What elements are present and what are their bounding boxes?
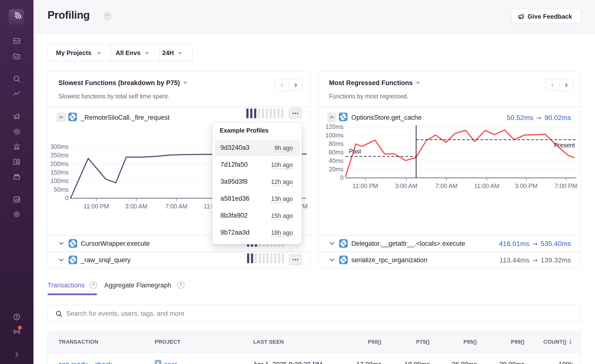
python-icon [339, 239, 348, 248]
alerts-icon[interactable] [13, 142, 21, 151]
collapse-sidebar-icon[interactable] [13, 350, 21, 359]
tab-aggregate-flamegraph[interactable]: Aggregate Flamegraph [104, 282, 171, 289]
regression-metric: 113.44ms→139.32ms [499, 256, 571, 264]
col-p95[interactable]: P95() [463, 339, 477, 345]
collapse-row-button[interactable] [56, 112, 66, 122]
profile-age-link[interactable]: 9h ago [274, 144, 293, 152]
python-icon [68, 255, 77, 264]
give-feedback-button[interactable]: Give Feedback [511, 9, 581, 24]
tab-transactions[interactable]: Transactions [48, 282, 85, 289]
svg-text:100ms: 100ms [50, 177, 69, 184]
profile-id[interactable]: a581ed36 [220, 195, 249, 202]
search-input[interactable]: Search for events, users, tags, and more [48, 305, 581, 322]
feedback-icon[interactable] [13, 112, 21, 120]
profile-age-link[interactable]: 15h ago [271, 212, 293, 220]
profile-item[interactable]: a581ed3613h ago [215, 190, 300, 207]
profile-sparkline[interactable] [246, 109, 283, 118]
prev-page-button[interactable] [546, 79, 559, 91]
function-name[interactable]: OptionsStore.get_cache [351, 114, 422, 121]
project-link[interactable]: seer [164, 361, 177, 364]
search-icon[interactable] [13, 75, 21, 83]
profile-item[interactable]: 9d3240a39h ago [215, 139, 300, 156]
expand-row-icon[interactable] [328, 240, 336, 247]
p95-value: 26.00ms [452, 361, 477, 364]
sentry-logo[interactable] [9, 9, 24, 25]
replays-icon[interactable] [13, 128, 21, 136]
expand-row-icon[interactable] [58, 240, 65, 247]
regression-metric: 416.01ms→535.40ms [499, 240, 571, 248]
python-icon [68, 239, 77, 248]
svg-text:150ms: 150ms [50, 169, 69, 176]
expand-row-icon[interactable] [58, 256, 65, 263]
tab-help-icon[interactable]: ? [90, 281, 97, 289]
svg-text:200ms: 200ms [50, 160, 69, 167]
profile-age-link[interactable]: 13h ago [271, 195, 293, 203]
svg-text:250ms: 250ms [50, 152, 69, 158]
profile-item[interactable]: 8b3fa90215h ago [215, 207, 300, 224]
profile-item[interactable]: 9b72aa3d18h ago [215, 224, 300, 241]
function-name[interactable]: Delegator.__getattr__.<locals>.execute [351, 240, 465, 247]
svg-text:7:00 PM: 7:00 PM [555, 182, 577, 189]
profile-id[interactable]: 7d12fa50 [220, 161, 248, 168]
col-p99[interactable]: P99() [511, 339, 524, 345]
profile-item[interactable]: 7d12fa5010h ago [215, 156, 300, 173]
chevron-down-icon [183, 79, 187, 84]
function-name[interactable]: CursorWrapper.execute [81, 240, 150, 247]
profile-id[interactable]: 9d3240a3 [220, 144, 249, 151]
regressed-functions-subtitle: Functions by most regressed. [329, 93, 409, 100]
col-transaction[interactable]: TRANSACTION [58, 339, 98, 345]
svg-text:11:00 PM: 11:00 PM [83, 203, 109, 210]
function-name[interactable]: serialize_rpc_organization [351, 256, 427, 264]
settings-icon[interactable] [13, 210, 21, 218]
col-last-seen[interactable]: LAST SEEN [253, 339, 284, 345]
p99-value: 29.00ms [499, 361, 524, 364]
dashboards-icon[interactable] [13, 158, 21, 166]
prev-page-button[interactable] [275, 79, 289, 91]
profile-sparkline[interactable] [247, 253, 284, 263]
expand-row-icon[interactable] [328, 256, 336, 263]
regressed-functions-title[interactable]: Most Regressed Functions [329, 79, 420, 87]
profile-age-link[interactable]: 12h ago [271, 178, 293, 186]
chevron-down-icon [97, 51, 102, 55]
col-p50[interactable]: P50() [368, 339, 381, 345]
releases-icon[interactable] [13, 173, 21, 181]
slowest-functions-title[interactable]: Slowest Functions (breakdown by P75) [58, 79, 187, 87]
svg-text:3:00 AM: 3:00 AM [125, 203, 147, 210]
tab-help-icon[interactable]: ? [177, 281, 185, 289]
more-options-button[interactable] [289, 254, 302, 266]
col-project[interactable]: PROJECT [155, 339, 181, 345]
performance-icon[interactable] [13, 90, 21, 98]
function-name[interactable]: _raw_snql_query [81, 256, 131, 264]
megaphone-icon [517, 13, 525, 20]
sidebar [0, 0, 33, 364]
profile-item[interactable]: 3a95d3f812h ago [215, 173, 300, 190]
profile-id[interactable]: 8b3fa902 [220, 212, 248, 219]
next-page-button[interactable] [289, 79, 302, 91]
table-row[interactable]: app.ready__check seer Apr 1, 2025 9:28:3… [48, 353, 581, 364]
issues-icon[interactable] [13, 37, 21, 45]
profile-id[interactable]: 3a95d3f8 [220, 178, 248, 185]
help-icon[interactable] [13, 313, 21, 321]
active-tab-underline [48, 293, 97, 295]
count-value: 109k [558, 361, 573, 364]
regressed-functions-panel: 120ms100ms80ms60ms40ms20ms011:00 PM3:00 … [318, 71, 581, 269]
projects-icon[interactable] [13, 52, 21, 60]
page-help-icon[interactable]: ? [104, 13, 111, 20]
col-p75[interactable]: P75() [416, 339, 430, 345]
next-page-button[interactable] [559, 79, 573, 91]
stats-icon[interactable] [13, 195, 21, 204]
python-icon [339, 255, 348, 264]
collapse-row-button[interactable] [327, 112, 336, 122]
regression-metric: 50.52ms→90.02ms [507, 114, 571, 122]
svg-text:0: 0 [65, 195, 69, 201]
transaction-link[interactable]: app.ready__check [58, 361, 112, 364]
profile-age-link[interactable]: 18h ago [271, 229, 293, 237]
profile-id[interactable]: 9b72aa3d [220, 229, 249, 236]
p75-value: 18.00ms [404, 361, 430, 364]
more-options-button[interactable] [289, 107, 302, 119]
col-count[interactable]: COUNT() ↓ [543, 339, 573, 345]
profile-age-link[interactable]: 10h ago [271, 161, 293, 169]
svg-text:60ms: 60ms [329, 149, 344, 156]
function-name[interactable]: _RemoteSiloCall._fire_request [81, 114, 169, 121]
page-header [33, 0, 595, 34]
